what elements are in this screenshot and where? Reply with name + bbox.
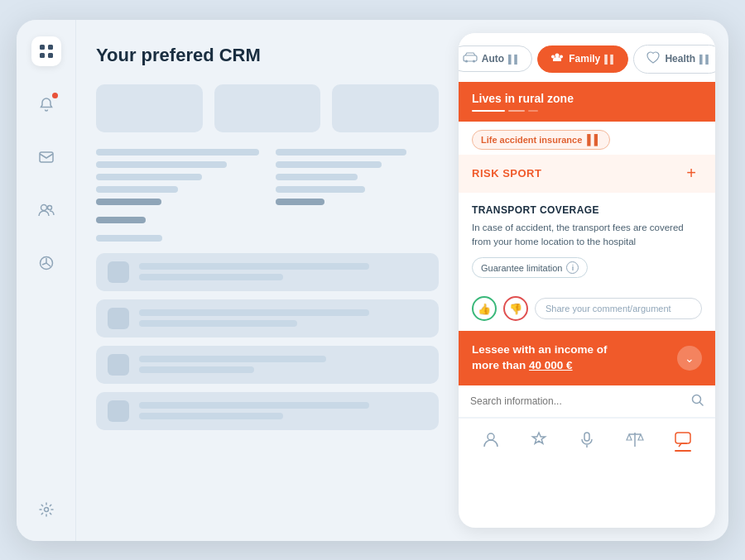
transport-description: In case of accident, the transport fees … <box>472 221 702 250</box>
sidebar <box>17 20 76 541</box>
svg-rect-3 <box>48 53 53 58</box>
dash-2 <box>508 110 525 112</box>
risk-sport-expand-button[interactable]: + <box>680 163 702 184</box>
tab-family[interactable]: Family ▌▌ <box>537 45 628 73</box>
svg-rect-0 <box>40 45 45 50</box>
line <box>139 263 369 270</box>
guarantee-chip[interactable]: Guarantee limitation i <box>472 257 588 278</box>
tab-auto-label: Auto <box>482 53 504 65</box>
svg-rect-17 <box>584 433 589 441</box>
line <box>96 149 259 156</box>
line <box>96 161 227 168</box>
orange-banner: Lives in rural zone <box>459 82 715 122</box>
sidebar-icon-mail[interactable] <box>31 142 61 172</box>
crm-small-line-2 <box>96 235 162 242</box>
tab-auto-bars: ▌▌ <box>508 55 520 64</box>
list-item-thumb <box>108 400 129 422</box>
line <box>276 174 358 180</box>
line <box>139 413 283 419</box>
lessee-text-line1: Lessee with an income of <box>472 342 608 358</box>
lessee-text: Lessee with an income of more than 40 00… <box>472 342 608 374</box>
crm-title: Your prefered CRM <box>96 45 439 66</box>
list-item[interactable] <box>96 299 439 337</box>
line <box>139 320 297 327</box>
line <box>139 274 283 280</box>
sidebar-icon-grid[interactable] <box>31 36 61 66</box>
crm-card-1 <box>96 84 203 132</box>
tabs-row: Auto ▌▌ Family ▌▌ <box>459 33 715 82</box>
insurance-tag: Life accident insurance ▌▌ <box>472 130 610 150</box>
search-icon[interactable] <box>691 394 704 409</box>
crm-panel: Your prefered CRM <box>76 20 459 541</box>
risk-sport-label: RISK SPORT <box>472 167 541 179</box>
tab-health-bars: ▌▌ <box>699 55 711 64</box>
svg-rect-2 <box>40 53 45 58</box>
risk-sport-row[interactable]: RISK SPORT + <box>459 155 715 193</box>
sidebar-icon-users[interactable] <box>31 195 61 225</box>
sidebar-icon-bell[interactable] <box>31 89 61 119</box>
svg-rect-4 <box>40 152 53 162</box>
banner-dashes <box>472 110 702 112</box>
tab-family-bars: ▌▌ <box>604 55 616 64</box>
list-item[interactable] <box>96 346 439 384</box>
list-item-lines <box>139 356 427 373</box>
line <box>139 356 326 362</box>
svg-rect-1 <box>48 45 53 50</box>
lessee-banner[interactable]: Lessee with an income of more than 40 00… <box>459 331 715 385</box>
line <box>276 161 382 168</box>
crm-card-2 <box>214 84 321 132</box>
list-item[interactable] <box>96 253 439 291</box>
sidebar-icon-chart[interactable] <box>31 248 61 278</box>
crm-lines-col-right <box>276 149 439 205</box>
insurance-tag-row: Life accident insurance ▌▌ <box>459 122 715 155</box>
info-icon[interactable]: i <box>566 261 579 274</box>
line <box>276 186 365 193</box>
nav-balance-button[interactable] <box>619 427 651 452</box>
search-row <box>459 385 715 418</box>
comment-placeholder: Share your comment/argument <box>546 304 671 314</box>
transport-section: TRANSPORT COVERAGE In case of accident, … <box>459 193 715 297</box>
nav-star-button[interactable] <box>523 427 555 452</box>
thumbs-down-button[interactable]: 👎 <box>503 296 528 321</box>
search-input[interactable] <box>470 395 685 407</box>
nav-person-button[interactable] <box>475 427 507 452</box>
lessee-text-line2: more than 40 000 € <box>472 358 608 374</box>
tab-health-label: Health <box>665 53 695 65</box>
line <box>96 186 178 193</box>
thumbs-up-button[interactable]: 👍 <box>472 296 497 321</box>
banner-text: Lives in rural zone <box>472 92 702 105</box>
svg-point-10 <box>465 60 468 63</box>
list-item-lines <box>139 402 427 419</box>
family-icon <box>550 52 565 66</box>
bottom-nav <box>459 418 715 458</box>
crm-card-3 <box>332 84 439 132</box>
tab-health[interactable]: Health ▌▌ <box>633 45 715 74</box>
lessee-expand-button[interactable]: ⌄ <box>677 346 702 371</box>
right-panel: Auto ▌▌ Family ▌▌ <box>459 33 715 528</box>
auto-icon <box>463 52 478 65</box>
nav-mic-button[interactable] <box>571 427 603 452</box>
tab-auto[interactable]: Auto ▌▌ <box>459 45 532 72</box>
lessee-amount: 40 000 € <box>529 359 573 371</box>
nav-chat-underline <box>675 450 691 452</box>
bar-chart-icon: ▌▌ <box>587 134 601 146</box>
crm-rows <box>96 253 439 430</box>
list-item-lines <box>139 309 427 327</box>
nav-chat-button[interactable] <box>667 427 699 452</box>
line <box>139 366 254 373</box>
list-item[interactable] <box>96 392 439 430</box>
health-icon <box>646 51 661 67</box>
list-item-thumb <box>108 308 129 329</box>
thumbs-row: 👍 👎 Share your comment/argument <box>459 296 715 331</box>
dash-1 <box>472 110 505 112</box>
sidebar-icon-gear[interactable] <box>31 495 61 524</box>
insurance-tag-label: Life accident insurance <box>481 135 582 145</box>
crm-small-line <box>96 217 146 223</box>
guarantee-row: Guarantee limitation i <box>472 257 702 278</box>
crm-lines-col-left <box>96 149 259 205</box>
line <box>139 402 369 409</box>
line <box>139 309 369 316</box>
svg-point-6 <box>47 205 51 209</box>
transport-title: TRANSPORT COVERAGE <box>472 204 702 216</box>
line <box>96 174 202 180</box>
